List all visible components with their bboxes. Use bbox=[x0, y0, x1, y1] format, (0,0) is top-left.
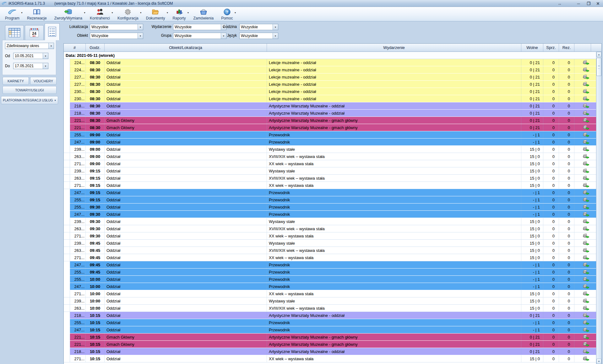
sell-ticket-icon[interactable] bbox=[574, 73, 597, 80]
table-row[interactable]: 271... 10:15 Oddział XX wiek – wystawa s… bbox=[64, 355, 597, 362]
vouchery-button[interactable]: VOUCHERY bbox=[30, 77, 57, 85]
sell-ticket-icon[interactable] bbox=[574, 312, 597, 319]
sell-ticket-icon[interactable] bbox=[574, 95, 597, 102]
col-header-rez[interactable]: Rez. bbox=[559, 44, 574, 52]
chevron-down-icon[interactable]: ▼ bbox=[43, 63, 48, 69]
sell-ticket-icon[interactable] bbox=[574, 110, 597, 117]
filter-obiekt-select[interactable]: Wszystkie▼ bbox=[90, 33, 143, 39]
tab-list-view[interactable] bbox=[45, 23, 60, 40]
table-row[interactable]: 247... 10:15 Oddział Przewodnik - | 1 0 … bbox=[64, 326, 597, 334]
sell-ticket-icon[interactable] bbox=[574, 146, 597, 153]
table-row[interactable]: 218... 08:30 Oddział Artystyczne Warszta… bbox=[64, 102, 597, 110]
table-row[interactable]: 227... 08:30 Oddział Lekcje muzealne - o… bbox=[64, 73, 597, 81]
chevron-down-icon[interactable]: ▼ bbox=[273, 33, 278, 39]
minimize-button[interactable]: ─ bbox=[575, 0, 582, 7]
sell-ticket-icon[interactable] bbox=[574, 175, 597, 182]
date-from-input[interactable]: 10.05.2021 ▼ bbox=[13, 53, 48, 59]
table-row[interactable]: 224... 08:30 Oddział Lekcje muzealne - o… bbox=[64, 66, 597, 73]
chevron-down-icon[interactable]: ▼ bbox=[273, 24, 278, 30]
table-row[interactable]: 239... 09:45 Oddział Wystawy stałe 15 | … bbox=[64, 240, 597, 247]
sell-ticket-icon[interactable] bbox=[574, 66, 597, 73]
table-row[interactable]: 247... 09:00 Oddział Przewodnik - | 1 0 … bbox=[64, 139, 597, 146]
sell-ticket-icon[interactable] bbox=[574, 211, 597, 218]
karnety-button[interactable]: KARNETY bbox=[3, 77, 29, 85]
sell-ticket-icon[interactable] bbox=[574, 247, 597, 254]
table-row[interactable]: 271... 09:15 Oddział XX wiek – wystawa s… bbox=[64, 182, 597, 189]
sell-ticket-icon[interactable] bbox=[574, 290, 597, 297]
table-row[interactable]: 255... 10:00 Oddział Przewodnik - | 1 0 … bbox=[64, 276, 597, 283]
sell-ticket-icon[interactable] bbox=[574, 334, 597, 340]
sell-ticket-icon[interactable] bbox=[574, 218, 597, 225]
table-row[interactable]: 221... 08:30 Gmach Główny Artystyczne Wa… bbox=[64, 117, 597, 124]
col-header-wolne[interactable]: Wolne bbox=[521, 44, 543, 52]
sell-ticket-icon[interactable] bbox=[574, 131, 597, 138]
platforma-integracji-button[interactable]: PLATFORMA INTEGRACJI USŁUG ▼ bbox=[1, 96, 58, 104]
col-header-obiekt[interactable]: Obiekt/Lokalizacja bbox=[105, 44, 267, 52]
table-row[interactable]: 263... 09:45 Oddział XVIII/XIX wiek – wy… bbox=[64, 247, 597, 254]
table-row[interactable]: 239... 09:30 Oddział Wystawy stałe 15 | … bbox=[64, 218, 597, 225]
chevron-down-icon[interactable]: ▼ bbox=[138, 33, 143, 39]
toolbar-zwroty-wymiana[interactable]: ▼ Zwroty/Wymiana bbox=[51, 7, 86, 21]
table-row[interactable]: 218... 10:15 Oddział Artystyczne Warszta… bbox=[64, 348, 597, 355]
sell-ticket-icon[interactable] bbox=[574, 232, 597, 239]
sell-ticket-icon[interactable] bbox=[574, 117, 597, 124]
sell-ticket-icon[interactable] bbox=[574, 341, 597, 348]
scroll-down-icon[interactable]: ▼ bbox=[596, 359, 601, 364]
table-row[interactable]: 271... 09:45 Oddział XX wiek – wystawa s… bbox=[64, 254, 597, 261]
date-to-input[interactable]: 17.05.2021 ▼ bbox=[13, 63, 48, 69]
sell-ticket-icon[interactable] bbox=[574, 167, 597, 174]
table-row[interactable]: 218... 08:30 Oddział Artystyczne Warszta… bbox=[64, 110, 597, 117]
filter-godzina-select[interactable]: Wszystkie▼ bbox=[239, 24, 278, 30]
table-row[interactable]: 263... 09:15 Oddział XVIII/XIX wiek – wy… bbox=[64, 175, 597, 182]
vertical-scrollbar[interactable]: ▲ ▼ bbox=[596, 52, 601, 364]
table-row[interactable]: 221... 08:30 Gmach Główny Artystyczne Wa… bbox=[64, 124, 597, 131]
sell-ticket-icon[interactable] bbox=[574, 182, 597, 189]
period-select[interactable]: Zdefiniowany okres ▼ bbox=[5, 43, 54, 49]
table-row[interactable]: 221... 10:15 Gmach Główny Artystyczne Wa… bbox=[64, 341, 597, 348]
table-row[interactable]: 255... 10:15 Oddział Przewodnik - | 1 0 … bbox=[64, 319, 597, 326]
toolbar-kontrahenci[interactable]: ▼ Kontrahenci bbox=[86, 7, 114, 21]
table-row[interactable]: 230... 08:30 Oddział Lekcje muzealne - o… bbox=[64, 95, 597, 102]
table-row[interactable]: 239... 09:15 Oddział Wystawy stałe 15 | … bbox=[64, 167, 597, 175]
table-row[interactable]: 263... 09:00 Oddział XVIII/XIX wiek – wy… bbox=[64, 153, 597, 160]
table-row[interactable]: 230... 08:30 Oddział Lekcje muzealne - o… bbox=[64, 88, 597, 95]
toolbar-pomoc[interactable]: ? ▼ Pomoc bbox=[217, 7, 236, 21]
scrollbar-thumb[interactable] bbox=[596, 58, 601, 76]
col-header-godz[interactable]: Godz. bbox=[86, 44, 105, 52]
resize-icon[interactable]: ↔ bbox=[557, 0, 563, 7]
table-row[interactable]: 218... 10:15 Oddział Artystyczne Warszta… bbox=[64, 312, 597, 319]
table-row[interactable]: 255... 09:45 Oddział Przewodnik - | 1 0 … bbox=[64, 269, 597, 276]
table-row[interactable]: 271... 09:00 Oddział XX wiek – wystawa s… bbox=[64, 160, 597, 167]
filter-jezyk-select[interactable]: Wszystkie▼ bbox=[239, 33, 278, 39]
toolbar-raporty[interactable]: ▼ Raporty bbox=[169, 7, 189, 21]
scroll-up-icon[interactable]: ▲ bbox=[596, 52, 601, 57]
sell-ticket-icon[interactable] bbox=[574, 196, 597, 203]
sell-ticket-icon[interactable] bbox=[574, 283, 597, 290]
restore-button[interactable]: ❐ bbox=[585, 0, 592, 7]
table-row[interactable]: 239... 10:00 Oddział Wystawy stałe 15 | … bbox=[64, 297, 597, 305]
sell-ticket-icon[interactable] bbox=[574, 319, 597, 326]
table-row[interactable]: 221... 10:15 Gmach Główny Artystyczne Wa… bbox=[64, 334, 597, 341]
table-row[interactable]: 224... 08:30 Oddział Lekcje muzealne - o… bbox=[64, 59, 597, 66]
table-row[interactable]: 271... 10:00 Oddział XX wiek – wystawa s… bbox=[64, 290, 597, 297]
sell-ticket-icon[interactable] bbox=[574, 124, 597, 131]
table-row[interactable]: 255... 09:30 Oddział Przewodnik - | 1 0 … bbox=[64, 204, 597, 211]
table-row[interactable]: 255... 09:00 Oddział Przewodnik - | 1 0 … bbox=[64, 131, 597, 139]
sell-ticket-icon[interactable] bbox=[574, 269, 597, 275]
chevron-down-icon[interactable]: ▼ bbox=[48, 43, 54, 49]
table-row[interactable]: 239... 09:00 Oddział Wystawy stałe 15 | … bbox=[64, 146, 597, 153]
sell-ticket-icon[interactable] bbox=[574, 305, 597, 312]
col-header-sprz[interactable]: Sprz. bbox=[543, 44, 559, 52]
sell-ticket-icon[interactable] bbox=[574, 261, 597, 268]
sell-ticket-icon[interactable] bbox=[574, 139, 597, 145]
sell-ticket-icon[interactable] bbox=[574, 102, 597, 109]
sell-ticket-icon[interactable] bbox=[574, 189, 597, 196]
sell-ticket-icon[interactable] bbox=[574, 160, 597, 167]
sell-ticket-icon[interactable] bbox=[574, 81, 597, 88]
tab-grid-view[interactable] bbox=[5, 25, 24, 40]
sell-ticket-icon[interactable] bbox=[574, 240, 597, 247]
toolbar-program[interactable]: ▼ Program bbox=[1, 7, 23, 21]
sell-ticket-icon[interactable] bbox=[574, 225, 597, 232]
table-row[interactable]: 247... 09:15 Oddział Przewodnik - | 1 0 … bbox=[64, 189, 597, 196]
toolbar-dokumenty[interactable]: ▼ Dokumenty bbox=[142, 7, 169, 21]
